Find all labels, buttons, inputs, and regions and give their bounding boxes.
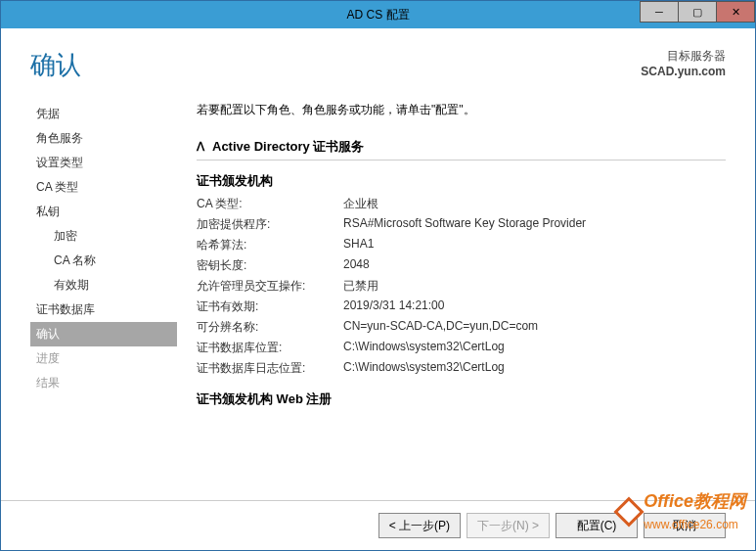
window-controls: ─ ▢ ✕ xyxy=(641,1,755,23)
kv-key: CA 类型: xyxy=(197,196,343,212)
sidebar-item-ca-type[interactable]: CA 类型 xyxy=(30,175,177,200)
kv-value: 2048 xyxy=(343,257,726,274)
wizard-steps-sidebar: 凭据 角色服务 设置类型 CA 类型 私钥 加密 CA 名称 有效期 证书数据库… xyxy=(30,92,177,490)
kv-value: 企业根 xyxy=(343,196,726,212)
watermark-brand: Office教程网 xyxy=(644,491,746,511)
sidebar-item-cert-database[interactable]: 证书数据库 xyxy=(30,298,177,322)
group-heading-ca-web-enroll: 证书颁发机构 Web 注册 xyxy=(197,390,726,408)
kv-key: 哈希算法: xyxy=(197,237,343,253)
sidebar-item-progress: 进度 xyxy=(30,346,177,371)
kv-value: C:\Windows\system32\CertLog xyxy=(343,340,726,356)
kv-key-length: 密钥长度: 2048 xyxy=(197,257,726,274)
minimize-button[interactable]: ─ xyxy=(640,1,679,23)
wizard-body: 凭据 角色服务 设置类型 CA 类型 私钥 加密 CA 名称 有效期 证书数据库… xyxy=(1,92,755,500)
section-title: Active Directory 证书服务 xyxy=(212,138,364,156)
chevron-up-icon: ᐱ xyxy=(197,140,204,154)
kv-key: 可分辨名称: xyxy=(197,319,343,336)
window-title: AD CS 配置 xyxy=(346,7,409,23)
kv-value: RSA#Microsoft Software Key Storage Provi… xyxy=(343,216,726,233)
kv-cert-validity: 证书有效期: 2019/3/31 14:21:00 xyxy=(197,298,726,315)
target-server-name: SCAD.yun.com xyxy=(641,65,726,78)
section-header-adcs[interactable]: ᐱ Active Directory 证书服务 xyxy=(197,134,726,161)
page-title: 确认 xyxy=(30,48,81,82)
watermark: Office教程网 www.office26.com xyxy=(618,489,746,533)
kv-distinguished-name: 可分辨名称: CN=yun-SCAD-CA,DC=yun,DC=com xyxy=(197,319,726,336)
office-icon xyxy=(614,496,645,527)
kv-key: 加密提供程序: xyxy=(197,216,343,233)
target-server-label: 目标服务器 xyxy=(641,48,726,65)
sidebar-item-results: 结果 xyxy=(30,371,177,395)
sidebar-item-validity-period[interactable]: 有效期 xyxy=(30,273,177,298)
target-server-info: 目标服务器 SCAD.yun.com xyxy=(641,48,726,78)
kv-value: 已禁用 xyxy=(343,278,726,295)
maximize-button[interactable]: ▢ xyxy=(678,1,717,23)
main-content: 若要配置以下角色、角色服务或功能，请单击"配置"。 ᐱ Active Direc… xyxy=(177,92,726,490)
sidebar-item-setup-type[interactable]: 设置类型 xyxy=(30,151,177,175)
sidebar-item-private-key[interactable]: 私钥 xyxy=(30,200,177,224)
kv-value: 2019/3/31 14:21:00 xyxy=(343,298,726,315)
sidebar-item-cryptography[interactable]: 加密 xyxy=(30,224,177,249)
kv-key: 允许管理员交互操作: xyxy=(197,278,343,295)
kv-key: 证书有效期: xyxy=(197,298,343,315)
sidebar-item-ca-name[interactable]: CA 名称 xyxy=(30,249,177,273)
kv-key: 密钥长度: xyxy=(197,257,343,274)
kv-admin-interaction: 允许管理员交互操作: 已禁用 xyxy=(197,278,726,295)
kv-cert-db-log-location: 证书数据库日志位置: C:\Windows\system32\CertLog xyxy=(197,360,726,377)
kv-value: C:\Windows\system32\CertLog xyxy=(343,360,726,377)
kv-cert-db-location: 证书数据库位置: C:\Windows\system32\CertLog xyxy=(197,340,726,356)
watermark-url: www.office26.com xyxy=(644,518,738,531)
kv-key: 证书数据库位置: xyxy=(197,340,343,356)
titlebar: AD CS 配置 ─ ▢ ✕ xyxy=(1,1,755,28)
next-button: 下一步(N) > xyxy=(467,513,550,538)
instruction-text: 若要配置以下角色、角色服务或功能，请单击"配置"。 xyxy=(197,102,726,118)
sidebar-item-role-services[interactable]: 角色服务 xyxy=(30,126,177,151)
kv-value: CN=yun-SCAD-CA,DC=yun,DC=com xyxy=(343,319,726,336)
sidebar-item-credentials[interactable]: 凭据 xyxy=(30,102,177,126)
previous-button[interactable]: < 上一步(P) xyxy=(378,513,461,538)
sidebar-item-confirmation[interactable]: 确认 xyxy=(30,322,177,346)
window: AD CS 配置 ─ ▢ ✕ 确认 目标服务器 SCAD.yun.com 凭据 … xyxy=(0,0,756,551)
wizard-header: 确认 目标服务器 SCAD.yun.com xyxy=(1,28,755,92)
kv-ca-type: CA 类型: 企业根 xyxy=(197,196,726,212)
kv-crypto-provider: 加密提供程序: RSA#Microsoft Software Key Stora… xyxy=(197,216,726,233)
group-heading-ca: 证书颁发机构 xyxy=(197,172,726,190)
kv-value: SHA1 xyxy=(343,237,726,253)
kv-key: 证书数据库日志位置: xyxy=(197,360,343,377)
close-button[interactable]: ✕ xyxy=(716,1,755,23)
kv-hash-algorithm: 哈希算法: SHA1 xyxy=(197,237,726,253)
